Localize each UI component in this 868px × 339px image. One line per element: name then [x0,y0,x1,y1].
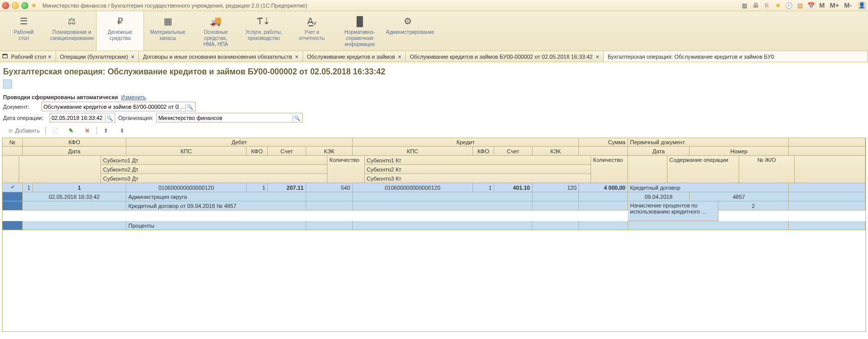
section-admin[interactable]: ⚙ Администрирование [384,11,432,51]
m-button[interactable]: M [818,2,826,9]
col-qty-dt[interactable]: Количество [327,156,365,183]
preview-button[interactable] [3,79,12,89]
cell-kt-kfo: 1 [473,183,494,192]
tab-accounting-op[interactable]: Бухгалтерская операция: Обслуживание кре… [604,51,868,62]
toolbar-icon[interactable]: ▦ [741,2,749,10]
cell-pd-nomer: 4857 [690,192,789,201]
close-icon[interactable]: × [48,54,51,60]
table-row[interactable]: Проценты [3,221,865,230]
section-stocks[interactable]: ▦ Материальныезапасы [144,11,192,51]
col-dt-kps[interactable]: КПС [126,147,247,156]
pencil-icon: ✎ [68,127,75,134]
copy-button[interactable]: 📄 [48,125,62,136]
col-dt-kfo[interactable]: КФО [247,147,268,156]
col-date[interactable]: Дата [23,147,126,156]
calendar-icon[interactable]: 📅 [807,2,815,10]
print-icon[interactable]: 🖶 [752,2,760,10]
section-label: Услуги, работы,производство [242,29,285,41]
col-debet[interactable]: Дебет [126,138,353,147]
grid-empty-area [3,230,865,331]
col-sub3dt[interactable]: Субконто3 Дт [101,174,327,183]
col-kt-kek[interactable]: КЭК [533,147,579,156]
history-icon[interactable]: 🕘 [785,2,793,10]
tab-loans[interactable]: Обслуживание кредитов и займов × [303,51,406,62]
tab-label: Договоры и иные основания возникновения … [143,54,292,60]
close-icon[interactable]: × [295,54,298,60]
close-icon[interactable]: × [131,54,134,60]
window-min-icon[interactable] [12,2,19,9]
col-sub1kt[interactable]: Субконто1 Кт [365,156,591,165]
magnifier-icon[interactable] [293,115,301,121]
document-field[interactable]: Обслуживание кредитов и займов БУ00-0000… [41,102,196,111]
col-sub1dt[interactable]: Субконто1 Дт [101,156,327,165]
col-zho[interactable]: № Ж/О [739,156,795,183]
org-field[interactable]: Министерство финансов [156,113,303,122]
edit-button[interactable]: ✎ [64,125,78,136]
window-max-icon[interactable] [21,2,28,9]
doc-icon[interactable]: ⎘ [763,2,771,10]
menu-icon: ☰ [2,15,45,27]
close-icon[interactable]: × [398,54,401,60]
table-row[interactable]: Кредитный договор от 09.04.2018 № 4857 Н… [3,201,865,221]
button-label: Добавить [15,128,40,134]
col-kt-schet[interactable]: Счет [494,147,533,156]
section-refs[interactable]: ▐▌ Нормативно-справочнаяинформация [336,11,384,51]
col-sub2kt[interactable]: Субконто2 Кт [365,165,591,174]
move-down-button[interactable]: ⬇ [115,125,129,136]
move-up-button[interactable]: ⬆ [99,125,113,136]
magnifier-icon[interactable] [185,104,194,110]
m-minus-button[interactable]: M- [843,2,853,9]
calc-icon[interactable]: ▤ [796,2,804,10]
tab-desktop[interactable]: 🗔 Рабочий стол × [0,51,56,62]
section-label: Рабочийстол [2,29,45,41]
tab-operations[interactable]: Операции (бухгалтерские) × [56,51,139,62]
table-row[interactable]: 02.05.2018 16:33:42 Администрация округа… [3,192,865,201]
cell-dt-schet: 207.11 [268,183,306,192]
col-kfo[interactable]: КФО [23,138,126,147]
m-plus-button[interactable]: M+ [829,2,840,9]
magnifier-icon[interactable] [105,115,113,121]
col-sub3kt[interactable]: Субконто3 Кт [365,174,591,183]
col-qty-kt[interactable]: Количество [591,156,629,183]
close-icon[interactable]: × [596,54,599,60]
window-close-icon[interactable] [2,2,9,9]
section-desktop[interactable]: ☰ Рабочийстол [0,11,48,51]
ellipsis-icon[interactable]: … [178,104,185,110]
add-button[interactable]: ⊕ Добавить [3,125,43,136]
cell-sub2dt: Кредитный договор от 09.04.2018 № 4857 [126,201,306,210]
section-label: Основные средства,НМА, НПА [194,29,237,48]
col-sum[interactable]: Сумма [579,138,628,147]
col-pd-date[interactable]: Дата [628,147,690,156]
section-planning[interactable]: ⚖ Планирование исанкционирование [48,11,96,51]
delete-button[interactable]: ✖ [80,125,94,136]
col-dt-kek[interactable]: КЭК [306,147,353,156]
section-assets[interactable]: 🚚 Основные средства,НМА, НПА [192,11,240,51]
col-blank [795,156,865,183]
col-soder[interactable]: Содержание операции [667,156,739,183]
cell-dt-kek: 540 [306,183,353,192]
col-num[interactable]: № [3,138,23,147]
col-dt-schet[interactable]: Счет [268,147,306,156]
col-pd-nomer[interactable]: Номер [690,147,789,156]
date-op-field[interactable]: 02.05.2018 16:33:42 [50,113,115,122]
change-link[interactable]: Изменить [121,94,146,100]
col-kt-kps[interactable]: КПС [353,147,473,156]
col-kredit[interactable]: Кредит [353,138,579,147]
section-money[interactable]: ₽ Денежныесредства [96,11,144,51]
favorite-star-icon[interactable] [31,2,37,9]
col-kt-kfo[interactable]: КФО [473,147,494,156]
table-row[interactable]: 1 1 010600000000000120 1 207.11 540 0106… [3,183,865,192]
tab-contracts[interactable]: Договоры и иные основания возникновения … [139,51,303,62]
col-sub2dt[interactable]: Субконто2 Дт [101,165,327,174]
section-reporting[interactable]: А̲ᵧ Учет иотчетность [288,11,336,51]
cell-blank [789,201,865,210]
cell-pd-date: 09.04.2018 [628,192,690,201]
section-services[interactable]: Ƭ⇣ Услуги, работы,производство [240,11,288,51]
star-icon[interactable] [774,2,782,10]
user-icon[interactable]: 👤 [858,2,866,10]
field-value: 02.05.2018 16:33:42 [52,115,105,121]
col-primary[interactable]: Первичный документ [628,138,789,147]
col-extra[interactable] [789,138,865,147]
tab-loan-doc[interactable]: Обслуживание кредитов и займов БУ00-0000… [406,51,603,62]
cell-blank [579,221,628,230]
